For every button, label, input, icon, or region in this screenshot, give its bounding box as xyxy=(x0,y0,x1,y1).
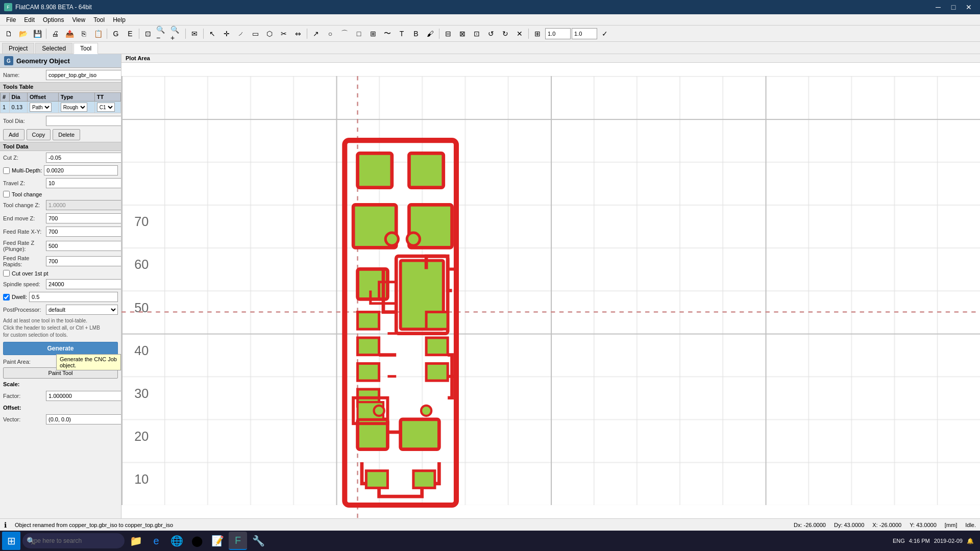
tool-change-checkbox[interactable] xyxy=(3,191,10,197)
paste-btn-tb[interactable]: 📋 xyxy=(91,28,105,40)
buffer-btn[interactable]: B xyxy=(409,28,423,40)
box-btn[interactable]: □ xyxy=(352,28,365,40)
taskbar-ie[interactable]: e xyxy=(147,532,165,550)
cross-btn[interactable]: ✛ xyxy=(220,28,233,40)
row-type-select[interactable]: Rough xyxy=(61,103,87,112)
close-button[interactable]: ✕ xyxy=(962,2,976,13)
arrow-btn[interactable]: ↖ xyxy=(206,28,219,40)
menu-view[interactable]: View xyxy=(68,15,89,24)
tool-change-z-input[interactable] xyxy=(46,200,121,210)
taskbar-search-input[interactable] xyxy=(22,533,125,548)
taskbar-app-extra[interactable]: 🔧 xyxy=(249,532,267,550)
copy-btn-tb[interactable]: ⎘ xyxy=(77,28,90,40)
cursor-btn[interactable]: ↗ xyxy=(309,28,323,40)
taskbar-notepad[interactable]: 📝 xyxy=(208,532,227,550)
title-bar-controls[interactable]: ─ □ ✕ xyxy=(931,2,976,13)
feed-rate-z-input[interactable] xyxy=(46,241,121,251)
col-type[interactable]: Type xyxy=(58,93,94,102)
transform2-btn[interactable]: ⊠ xyxy=(456,28,469,40)
wave-btn[interactable]: 〜 xyxy=(381,28,394,40)
menu-help[interactable]: Help xyxy=(109,15,130,24)
dwell-input[interactable] xyxy=(29,292,118,302)
cut-btn[interactable]: ✂ xyxy=(277,28,290,40)
col-num[interactable]: # xyxy=(1,93,10,102)
transform1-btn[interactable]: ⊟ xyxy=(442,28,455,40)
tab-selected[interactable]: Selected xyxy=(35,43,72,54)
transform5-btn[interactable]: ↻ xyxy=(499,28,512,40)
circle-btn[interactable]: ○ xyxy=(324,28,337,40)
snap-btn[interactable]: ✓ xyxy=(598,28,611,40)
add-button[interactable]: Add xyxy=(3,129,24,140)
open-button[interactable]: 📂 xyxy=(16,28,30,40)
table-row[interactable]: 1 0.13 Path Rough C1 xyxy=(1,102,121,113)
transform4-btn[interactable]: ↺ xyxy=(484,28,498,40)
menu-tool[interactable]: Tool xyxy=(89,15,109,24)
dwell-checkbox[interactable] xyxy=(3,294,10,300)
factor-input[interactable] xyxy=(46,391,121,401)
spindle-speed-input[interactable] xyxy=(46,279,121,289)
taskbar-flatcam[interactable]: F xyxy=(229,532,247,550)
tool-dia-input[interactable] xyxy=(46,116,121,126)
taskbar-notification[interactable]: 🔔 xyxy=(967,538,974,544)
feed-rate-xy-label: Feed Rate X-Y: xyxy=(3,229,44,235)
rect-btn[interactable]: ▭ xyxy=(249,28,262,40)
tab-bar: Project Selected Tool xyxy=(0,42,980,54)
gerber-btn[interactable]: G xyxy=(109,28,122,40)
path-btn[interactable]: ⟋ xyxy=(234,28,248,40)
maximize-button[interactable]: □ xyxy=(946,2,961,13)
cut-z-input[interactable] xyxy=(46,153,121,163)
cut-over-row: Cut over 1st pt xyxy=(0,269,121,278)
grid-btn[interactable]: ⊞ xyxy=(531,28,544,40)
email-btn[interactable]: ✉ xyxy=(188,28,201,40)
xform6-btn[interactable]: ✕ xyxy=(513,28,526,40)
paint-area-btn[interactable]: 🖌 xyxy=(424,28,437,40)
generate-button[interactable]: Generate xyxy=(3,342,118,355)
poly-btn[interactable]: ⬡ xyxy=(263,28,276,40)
vector-input[interactable] xyxy=(46,414,121,424)
tab-project[interactable]: Project xyxy=(2,43,34,54)
arc-btn[interactable]: ⌒ xyxy=(338,28,351,40)
col-tt[interactable]: TT xyxy=(94,93,120,102)
name-input[interactable] xyxy=(46,70,121,80)
text-btn[interactable]: T xyxy=(395,28,408,40)
delete-button[interactable]: Delete xyxy=(53,129,80,140)
row-tt-select[interactable]: C1 xyxy=(97,103,115,112)
menu-options[interactable]: Options xyxy=(39,15,68,24)
start-button[interactable]: ⊞ xyxy=(2,532,20,550)
feed-rate-xy-input[interactable] xyxy=(46,227,121,237)
flip-btn[interactable]: ⇔ xyxy=(291,28,305,40)
excellon-btn[interactable]: E xyxy=(124,28,137,40)
zoom-in-btn[interactable]: 🔍+ xyxy=(170,28,183,40)
copy-button[interactable]: Copy xyxy=(27,129,51,140)
plot-canvas[interactable]: -20 -10 0 10 20 30 40 50 60 70 80 90 100… xyxy=(121,63,980,518)
cut-over-checkbox[interactable] xyxy=(3,270,10,277)
node-btn[interactable]: ⊞ xyxy=(366,28,380,40)
menu-file[interactable]: File xyxy=(2,15,20,24)
taskbar-chrome[interactable]: ⬤ xyxy=(188,532,206,550)
taskbar-file-explorer[interactable]: 📁 xyxy=(127,532,145,550)
zoom-out-btn[interactable]: 🔍− xyxy=(156,28,169,40)
paint-area-row: Paint Area: xyxy=(0,357,121,366)
grid-y-input[interactable] xyxy=(572,28,597,39)
print-button[interactable]: 🖨 xyxy=(48,28,62,40)
tab-tool[interactable]: Tool xyxy=(74,43,98,54)
transform3-btn[interactable]: ⊡ xyxy=(470,28,483,40)
col-offset[interactable]: Offset xyxy=(28,93,59,102)
paint-tool-button[interactable]: Paint Tool xyxy=(3,367,118,379)
feed-rate-rapids-input[interactable] xyxy=(46,256,121,266)
row-offset-select[interactable]: Path xyxy=(30,103,52,112)
zoom-fit-btn[interactable]: ⊡ xyxy=(141,28,155,40)
end-move-z-input[interactable] xyxy=(46,213,121,223)
export-button[interactable]: 📤 xyxy=(63,28,76,40)
multi-depth-input[interactable] xyxy=(44,165,118,176)
new-button[interactable]: 🗋 xyxy=(2,28,15,40)
menu-edit[interactable]: Edit xyxy=(20,15,39,24)
multi-depth-checkbox[interactable] xyxy=(3,167,10,174)
minimize-button[interactable]: ─ xyxy=(931,2,945,13)
travel-z-input[interactable] xyxy=(46,178,121,188)
save-button[interactable]: 💾 xyxy=(31,28,44,40)
grid-x-input[interactable] xyxy=(545,28,571,39)
col-dia[interactable]: Dia xyxy=(9,93,27,102)
post-processor-select[interactable]: default xyxy=(46,305,118,315)
taskbar-edge[interactable]: 🌐 xyxy=(167,532,186,550)
